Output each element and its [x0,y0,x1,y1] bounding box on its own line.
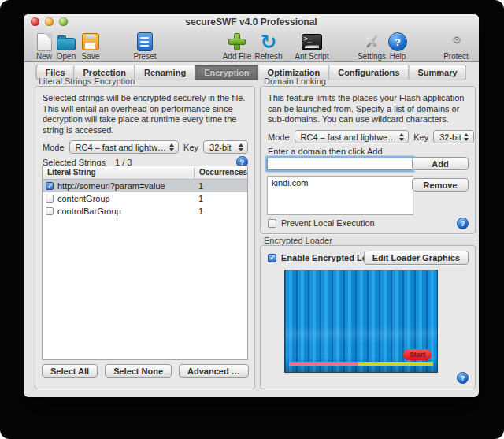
strings-mode-popup[interactable]: RC4 – fast and lightw… [69,140,180,154]
save-floppy-icon [82,33,99,50]
popup-arrows-icon [235,143,247,151]
domain-list[interactable]: kindi.com [267,176,413,215]
minimize-button[interactable] [45,17,54,26]
column-occurrences: Occurrences [194,168,247,179]
enable-encrypted-loader-checkbox[interactable]: ✓ [268,254,276,262]
advanced-button[interactable]: Advanced … [179,364,249,378]
encrypted-loader-group-title: Encrypted Loader [264,236,332,245]
strings-key-popup[interactable]: 32-bit [203,140,248,154]
progress-segment-pink [289,362,358,366]
terminal-icon: >_ [302,34,322,50]
tab-configurations[interactable]: Configurations [329,65,409,80]
edit-loader-graphics-button[interactable]: Edit Loader Graphics [364,251,469,265]
toolbar-protect-button[interactable]: ⚙ Protect [434,31,478,61]
add-domain-button[interactable]: Add [412,157,469,170]
key-label: Key [183,143,198,152]
zoom-button[interactable] [59,17,68,26]
domain-locking-groupbox: This feature limits the places your Flas… [260,86,476,234]
domain-key-popup[interactable]: 32-bit [433,130,474,143]
loader-help-icon[interactable]: ? [457,372,469,384]
literal-strings-table[interactable]: Literal String Occurrences ✓ http://some… [42,166,248,360]
remove-domain-button[interactable]: Remove [412,178,469,192]
table-row[interactable]: ✓ http://someurl?param=value 1 [43,180,247,192]
traffic-lights [31,17,68,26]
domain-mode-popup[interactable]: RC4 – fast and lightwe… [295,130,410,143]
domain-locking-group-title: Domain Locking [264,76,326,86]
row-string: controlBarGroup [57,206,121,216]
toolbar-refresh-button[interactable]: ↻ Refresh [246,31,291,61]
start-button-preview: Start [403,349,432,360]
mode-label: Mode [268,132,290,142]
prevent-local-execution-label: Prevent Local Execution [281,218,375,228]
tab-encryption[interactable]: Encryption [195,65,258,80]
row-checkbox[interactable]: ✓ [46,182,54,190]
enter-domain-label: Enter a domain then click Add [268,147,383,156]
title-bar[interactable]: secureSWF v4.0 Professional [24,14,479,29]
row-occurrences: 1 [198,181,203,191]
row-checkbox[interactable]: ✓ [46,207,54,215]
toolbar-help-button[interactable]: ? Help [376,31,420,61]
select-none-button[interactable]: Select None [105,364,172,378]
row-occurrences: 1 [198,194,203,203]
window-title: secureSWF v4.0 Professional [71,17,432,28]
table-header: Literal String Occurrences [43,166,247,180]
row-checkbox[interactable]: ✓ [46,195,54,203]
progress-segment-yellow [358,362,433,366]
domain-locking-description: This feature limits the places your Flas… [268,93,468,125]
gear-icon: ⚙ [452,33,461,45]
literal-strings-groupbox: Selected strings will be encrypted secur… [35,86,255,389]
row-occurrences: 1 [198,206,203,216]
toolbar-save-button[interactable]: Save [69,31,113,61]
row-string: contentGroup [57,194,110,203]
prevent-local-execution-checkbox[interactable]: ✓ [268,219,276,228]
domain-input[interactable] [267,158,413,170]
refresh-icon: ↻ [261,32,277,51]
literal-strings-group-title: Literal Strings Encryption [39,76,135,86]
tab-summary[interactable]: Summary [409,65,466,80]
popup-arrows-icon [461,133,473,141]
tab-renaming[interactable]: Renaming [135,65,195,80]
preset-list-icon [137,32,153,51]
encrypted-loader-groupbox: ✓ Enable Encrypted Loader Edit Loader Gr… [260,245,476,389]
app-window: secureSWF v4.0 Professional New Open Sav… [24,14,479,397]
toolbar-ant-script-button[interactable]: >_ Ant Script [290,31,334,61]
close-button[interactable] [31,17,39,26]
screenshot-stage: secureSWF v4.0 Professional New Open Sav… [0,0,504,439]
popup-arrows-icon [166,143,178,151]
domain-list-item[interactable]: kindi.com [268,177,413,189]
select-all-button[interactable]: Select All [42,364,98,378]
domain-help-icon[interactable]: ? [457,218,469,229]
loader-preview-image: Start [284,270,438,373]
table-row[interactable]: ✓ controlBarGroup 1 [43,205,247,218]
column-literal-string: Literal String [47,168,96,177]
loader-progress-bar [289,362,433,366]
key-label: Key [413,132,428,142]
row-string: http://someurl?param=value [57,181,165,191]
toolbar-preset-button[interactable]: Preset [123,31,167,61]
toolbar: New Open Save Preset Add File [24,29,479,61]
add-plus-icon [228,33,246,50]
popup-arrows-icon [396,133,408,141]
help-question-icon: ? [388,32,407,51]
mode-label: Mode [43,143,65,152]
table-row[interactable]: ✓ contentGroup 1 [43,192,247,205]
window-chrome: secureSWF v4.0 Professional New Open Sav… [24,14,479,62]
literal-strings-description: Selected strings will be encrypted secur… [43,93,246,136]
